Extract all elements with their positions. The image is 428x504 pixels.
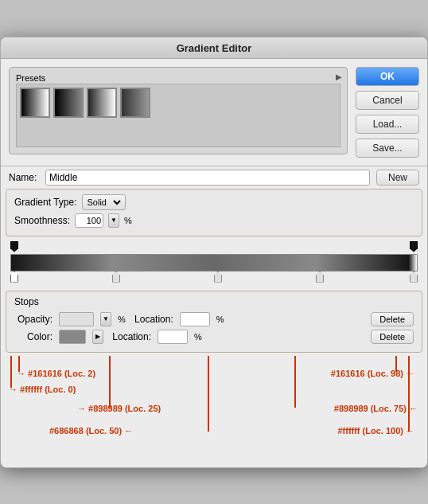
opacity-location-input[interactable] <box>180 312 210 326</box>
ann-line-loc50 <box>208 356 209 432</box>
color-delete-button[interactable]: Delete <box>371 330 414 344</box>
preset-item-1[interactable] <box>20 88 50 118</box>
gradient-bar-area <box>6 241 422 286</box>
color-value-swatch[interactable] <box>59 330 86 344</box>
name-input[interactable] <box>45 170 370 186</box>
opacity-dropdown-icon[interactable]: ▼ <box>100 312 111 326</box>
bottom-handles <box>10 272 418 286</box>
gradient-settings: Gradient Type: Solid Noise Smoothness: ▼… <box>6 189 422 236</box>
opacity-row: Opacity: ▼ % Location: % Delete <box>14 312 414 326</box>
ok-button[interactable]: OK <box>356 67 419 86</box>
opacity-pct: % <box>118 315 126 324</box>
ann-loc75: #898989 (Loc. 75) ← <box>334 404 418 413</box>
annotations-area: → #161616 (Loc. 2) → #ffffff (Loc. 0) → … <box>6 356 422 459</box>
name-label: Name: <box>9 172 39 183</box>
gradient-type-select[interactable]: Solid Noise <box>82 194 126 210</box>
smoothness-dropdown-icon[interactable]: ▼ <box>108 213 119 228</box>
color-stop-100[interactable] <box>410 272 418 283</box>
save-button[interactable]: Save... <box>356 139 419 158</box>
color-dropdown-icon[interactable]: ▶ <box>92 330 103 344</box>
opacity-value-swatch[interactable] <box>59 312 94 326</box>
color-location-label: Location: <box>110 331 151 342</box>
preset-item-3[interactable] <box>87 88 117 118</box>
cancel-button[interactable]: Cancel <box>356 91 419 110</box>
top-handles <box>6 241 422 252</box>
gradient-editor-dialog: Gradient Editor Presets ▶ OK Cancel Load… <box>0 37 428 468</box>
left-panel: Presets ▶ <box>9 67 348 161</box>
preset-item-2[interactable] <box>53 88 84 118</box>
ann-loc25: → #898989 (Loc. 25) <box>77 404 161 413</box>
dialog-title: Gradient Editor <box>177 42 252 54</box>
gradient-type-row: Gradient Type: Solid Noise <box>14 194 414 210</box>
opacity-location-pct: % <box>216 315 224 324</box>
color-label: Color: <box>14 331 53 342</box>
smoothness-label: Smoothness: <box>14 215 70 226</box>
ann-line-loc100 <box>408 356 410 432</box>
name-row: Name: New <box>1 166 427 189</box>
opacity-location-label: Location: <box>132 314 173 325</box>
stops-section: Stops Opacity: ▼ % Location: % Delete Co… <box>6 291 422 353</box>
gradient-bar[interactable] <box>10 254 418 272</box>
ann-loc2: → #161616 (Loc. 2) <box>17 369 95 378</box>
color-stop-0[interactable] <box>10 272 18 283</box>
presets-grid <box>16 84 340 147</box>
color-location-pct: % <box>194 332 202 342</box>
smoothness-pct: % <box>124 216 132 225</box>
gradient-type-dropdown[interactable]: Solid Noise <box>84 197 123 208</box>
smoothness-row: Smoothness: ▼ % <box>14 213 414 228</box>
opacity-stop-right[interactable] <box>410 241 418 252</box>
color-stop-50[interactable] <box>214 272 222 283</box>
ann-line-loc75 <box>294 356 296 408</box>
color-location-input[interactable] <box>158 330 188 344</box>
gradient-type-label: Gradient Type: <box>14 197 77 208</box>
stops-title: Stops <box>14 296 414 307</box>
ann-loc50: #686868 (Loc. 50) ← <box>49 426 133 436</box>
color-stop-25[interactable] <box>112 272 120 283</box>
presets-label: Presets <box>16 73 45 83</box>
title-bar: Gradient Editor <box>1 37 427 59</box>
color-row: Color: ▶ Location: % Delete <box>14 330 414 344</box>
ann-loc0: → #ffffff (Loc. 0) <box>9 385 76 394</box>
opacity-delete-button[interactable]: Delete <box>371 312 414 326</box>
ann-loc100: #ffffff (Loc. 100) ← <box>337 426 414 436</box>
smoothness-input[interactable] <box>75 213 103 228</box>
preset-item-4[interactable] <box>120 88 150 118</box>
ann-loc98: #161616 (Loc. 98) ← <box>331 369 414 378</box>
load-button[interactable]: Load... <box>356 115 419 134</box>
opacity-stop-left[interactable] <box>10 241 18 252</box>
new-button[interactable]: New <box>376 170 419 186</box>
presets-arrow-icon[interactable]: ▶ <box>336 72 342 81</box>
ann-line-loc0 <box>10 356 12 388</box>
ann-line-loc25 <box>109 356 111 408</box>
color-stop-75[interactable] <box>316 272 324 283</box>
right-panel: OK Cancel Load... Save... <box>356 67 419 161</box>
presets-section: Presets ▶ <box>9 67 348 154</box>
opacity-label: Opacity: <box>14 314 53 325</box>
